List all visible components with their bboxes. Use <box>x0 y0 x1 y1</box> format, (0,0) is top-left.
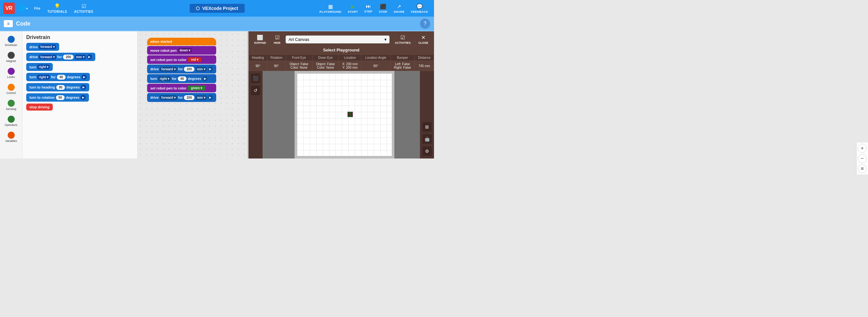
td-heading: 90° <box>249 61 267 71</box>
th-location: Location <box>339 55 362 61</box>
th-down-eye: Down Eye <box>312 55 339 61</box>
select-chevron: ▾ <box>384 37 387 42</box>
canvas-left-section <box>262 71 294 158</box>
globe-button[interactable]: 🌐 ▾ <box>17 3 30 13</box>
control-label: Control <box>6 92 16 95</box>
sidebar-item-control[interactable]: Control <box>0 82 22 97</box>
drive-forward-200-block[interactable]: drive forward ▾ for 200 mm ▾ ▶ <box>26 53 95 61</box>
magnet-dot <box>8 52 15 59</box>
playground-icon: ▦ <box>328 3 333 9</box>
canvas-drive-forward-200b-block[interactable]: drive forward ▾ for 200 mm ▾ ▶ <box>147 93 216 102</box>
turn-heading-90-block-row: turn to heading 90 degrees ▶ <box>26 83 133 92</box>
code-bar-right: ? <box>420 19 430 29</box>
set-pen-red-block[interactable]: set robot pen to color red ▾ <box>147 55 216 64</box>
drive-forward-block[interactable]: drive forward ▾ <box>26 43 59 51</box>
start-icon: ▶ <box>351 3 355 9</box>
data-table: Heading Rotation Front Eye Down Eye Loca… <box>248 54 434 71</box>
variables-dot <box>8 132 15 139</box>
three-section-canvas <box>262 71 420 158</box>
share-button[interactable]: ↗ SHARE <box>391 2 407 15</box>
td-front-eye: Object: False Color: None <box>286 61 312 71</box>
playground-selector[interactable]: Art Canvas ▾ <box>286 35 390 43</box>
block-stack: when started move robot pen down ▾ set r… <box>147 38 216 102</box>
drive-forward-200-block-row: drive forward ▾ for 200 mm ▾ ▶ <box>26 53 133 61</box>
control-dot <box>8 84 15 91</box>
turn-rotation-90-block-row: turn to rotation 90 degrees ▶ <box>26 93 133 102</box>
activities-button[interactable]: ☑ ACTIVITIES <box>72 2 96 15</box>
td-distance: 745 mm <box>415 61 434 71</box>
variables-label: Variables <box>5 139 17 143</box>
turn-right-block[interactable]: turn right ▾ <box>26 63 53 71</box>
globe-chevron: ▾ <box>26 7 28 10</box>
code-bar: ≡ Code ? <box>0 16 434 31</box>
canvas-right-section <box>394 71 420 158</box>
th-bumper: Bumper <box>390 55 414 61</box>
sidebar-item-variables[interactable]: Variables <box>0 130 22 144</box>
sidebar-item-sensing[interactable]: Sensing <box>0 98 22 112</box>
feedback-button[interactable]: 💬 FEEDBACK <box>408 2 431 15</box>
tutorials-icon: 💡 <box>54 3 60 9</box>
looks-dot <box>8 68 15 75</box>
canvas-drive-forward-200-block[interactable]: drive forward ▾ for 200 mm ▾ ▶ <box>147 65 216 73</box>
turn-right-90-block[interactable]: turn right ▾ for 90 degrees ▶ <box>26 73 90 81</box>
playground-panel: ⬜ EXPAND ☑ HIDE Art Canvas ▾ ☑ ACTIVITIE… <box>248 31 434 158</box>
activities-icon: ☑ <box>82 3 86 9</box>
turn-rotation-90-block[interactable]: turn to rotation 90 degrees ▶ <box>26 93 89 102</box>
sidebar-item-magnet[interactable]: Magnet <box>0 50 22 65</box>
robot <box>346 111 354 118</box>
pg-canvas-area: ⬛ ↺ <box>248 71 434 158</box>
operators-dot <box>8 116 15 123</box>
sensing-dot <box>8 100 15 107</box>
nav-right-area: ▦ PLAYGROUND ▶ START ⏭ STEP ⬛ STOP ↗ SHA… <box>317 2 431 15</box>
settings-btn[interactable]: ⚙ <box>422 146 432 156</box>
td-location: X: 200 mm Y: 200 mm <box>339 61 362 71</box>
sidebar-item-operators[interactable]: Operators <box>0 114 22 129</box>
sidebar: Drivetrain Magnet Looks Control Sensing … <box>0 31 22 158</box>
help-button[interactable]: ? <box>420 19 430 29</box>
grid-view-btn[interactable]: ⊞ <box>422 122 432 132</box>
when-started-block[interactable]: when started <box>147 38 216 45</box>
looks-label: Looks <box>7 75 15 79</box>
sidebar-item-drivetrain[interactable]: Drivetrain <box>0 34 22 48</box>
th-heading: Heading <box>249 55 267 61</box>
sidebar-item-looks[interactable]: Looks <box>0 66 22 80</box>
expand-icon: ⬜ <box>257 35 263 41</box>
stop-control-btn[interactable]: ⬛ <box>251 73 260 83</box>
stop-driving-block[interactable]: stop driving <box>26 104 53 111</box>
playground-toolbar: ⬜ EXPAND ☑ HIDE Art Canvas ▾ ☑ ACTIVITIE… <box>248 31 434 47</box>
code-icon: ≡ <box>7 21 9 26</box>
reset-control-btn[interactable]: ↺ <box>251 85 260 95</box>
pg-activities-button[interactable]: ☑ ACTIVITIES <box>392 33 413 46</box>
start-button[interactable]: ▶ START <box>345 2 361 15</box>
th-distance: Distance <box>415 55 434 61</box>
code-bar-label: Code <box>16 21 30 27</box>
canvas-blocks: when started move robot pen down ▾ set r… <box>147 38 216 102</box>
step-button[interactable]: ⏭ STEP <box>362 2 375 14</box>
turn-heading-90-block[interactable]: turn to heading 90 degrees ▶ <box>26 83 89 92</box>
vr-logo: VR <box>3 3 15 14</box>
pg-activities-icon: ☑ <box>400 35 405 41</box>
set-pen-green-block[interactable]: set robot pen to color green ▾ <box>147 84 216 92</box>
navbar: VR 🌐 ▾ File 💡 TUTORIALS ☑ ACTIVITIES ⬡ V… <box>0 0 434 16</box>
stop-button[interactable]: ⬛ STOP <box>376 2 390 15</box>
blocks-title: Drivetrain <box>26 35 133 40</box>
hide-button[interactable]: ☑ HIDE <box>271 33 283 46</box>
code-bar-icon: ≡ <box>4 20 13 27</box>
canvas-turn-right-90-block[interactable]: turn right ▾ for 90 degrees ▶ <box>147 74 216 83</box>
move-pen-down-block[interactable]: move robot pen down ▾ <box>147 46 216 55</box>
operators-label: Operators <box>4 124 17 127</box>
playground-subtitle: Select Playground <box>248 47 434 54</box>
playground-button[interactable]: ▦ PLAYGROUND <box>317 2 344 15</box>
project-title[interactable]: ⬡ VEXcode Project <box>189 4 244 13</box>
robot-view-btn[interactable]: 🤖 <box>422 134 432 144</box>
pg-close-button[interactable]: ✕ CLOSE <box>416 33 431 46</box>
file-menu[interactable]: File <box>32 5 43 11</box>
th-front-eye: Front Eye <box>286 55 312 61</box>
expand-button[interactable]: ⬜ EXPAND <box>252 33 269 46</box>
share-icon: ↗ <box>397 3 401 9</box>
globe-icon: 🌐 <box>19 5 26 12</box>
close-icon: ✕ <box>421 35 425 41</box>
tutorials-button[interactable]: 💡 TUTORIALS <box>45 2 70 15</box>
feedback-icon: 💬 <box>416 3 423 9</box>
drivetrain-label: Drivetrain <box>5 43 17 47</box>
